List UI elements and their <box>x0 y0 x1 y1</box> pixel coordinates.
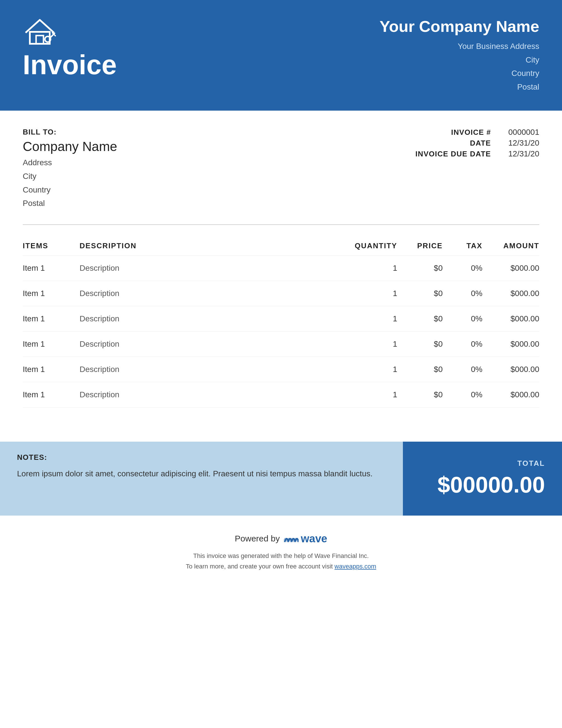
cell-amount-4: $000.00 <box>482 357 539 382</box>
invoice-header: Invoice Your Company Name Your Business … <box>0 0 562 111</box>
billing-meta-row: BILL TO: Company Name Address City Count… <box>23 128 539 210</box>
invoice-body: BILL TO: Company Name Address City Count… <box>0 111 562 441</box>
bill-to-label: BILL TO: <box>23 128 117 137</box>
client-address: Address <box>23 156 117 169</box>
table-row: Item 1 Description 1 $0 0% $000.00 <box>23 255 539 281</box>
col-price: PRICE <box>397 236 443 256</box>
cell-tax-3: 0% <box>443 331 482 357</box>
cell-desc-5: Description <box>80 382 340 407</box>
total-amount: $00000.00 <box>437 472 545 498</box>
waveapps-link[interactable]: waveapps.com <box>334 563 376 570</box>
invoice-date-row: DATE 12/31/20 <box>415 138 539 148</box>
business-city: City <box>379 53 539 67</box>
cell-qty-5: 1 <box>340 382 397 407</box>
items-table: ITEMS DESCRIPTION QUANTITY PRICE TAX AMO… <box>23 236 539 408</box>
cell-tax-1: 0% <box>443 281 482 306</box>
invoice-number-row: INVOICE # 0000001 <box>415 128 539 137</box>
footer-line1: This invoice was generated with the help… <box>193 552 369 559</box>
cell-price-1: $0 <box>397 281 443 306</box>
table-row: Item 1 Description 1 $0 0% $000.00 <box>23 331 539 357</box>
cell-tax-0: 0% <box>443 255 482 281</box>
cell-tax-2: 0% <box>443 306 482 331</box>
notes-block: NOTES: Lorem ipsum dolor sit amet, conse… <box>0 442 403 516</box>
due-date-label: INVOICE DUE DATE <box>415 150 491 158</box>
wave-logo: wave <box>284 533 327 545</box>
col-amount: AMOUNT <box>482 236 539 256</box>
cell-item-5: Item 1 <box>23 382 80 407</box>
header-right: Your Company Name Your Business Address … <box>379 17 539 94</box>
invoice-number-label: INVOICE # <box>451 128 491 137</box>
business-address: Your Business Address <box>379 40 539 53</box>
table-row: Item 1 Description 1 $0 0% $000.00 <box>23 306 539 331</box>
cell-amount-0: $000.00 <box>482 255 539 281</box>
cell-item-3: Item 1 <box>23 331 80 357</box>
total-label: TOTAL <box>517 459 545 468</box>
table-body: Item 1 Description 1 $0 0% $000.00 Item … <box>23 255 539 407</box>
col-description: DESCRIPTION <box>80 236 340 256</box>
house-key-icon <box>23 17 57 45</box>
powered-by-text: Powered by <box>235 534 280 543</box>
powered-by-section: Powered by wave This invoice was generat… <box>0 516 562 583</box>
bill-to-block: BILL TO: Company Name Address City Count… <box>23 128 117 210</box>
client-company-name: Company Name <box>23 139 117 154</box>
table-row: Item 1 Description 1 $0 0% $000.00 <box>23 281 539 306</box>
cell-amount-3: $000.00 <box>482 331 539 357</box>
client-country: Country <box>23 183 117 197</box>
company-name: Your Company Name <box>379 17 539 36</box>
notes-label: NOTES: <box>17 453 386 462</box>
business-postal: Postal <box>379 80 539 94</box>
cell-qty-2: 1 <box>340 306 397 331</box>
section-divider <box>23 224 539 225</box>
header-left: Invoice <box>23 17 117 78</box>
cell-item-4: Item 1 <box>23 357 80 382</box>
table-header: ITEMS DESCRIPTION QUANTITY PRICE TAX AMO… <box>23 236 539 256</box>
cell-tax-5: 0% <box>443 382 482 407</box>
cell-price-2: $0 <box>397 306 443 331</box>
total-block: TOTAL $00000.00 <box>403 442 562 516</box>
client-city: City <box>23 169 117 183</box>
invoice-due-date-row: INVOICE DUE DATE 12/31/20 <box>415 149 539 158</box>
cell-qty-0: 1 <box>340 255 397 281</box>
cell-desc-3: Description <box>80 331 340 357</box>
cell-desc-1: Description <box>80 281 340 306</box>
due-date-value: 12/31/20 <box>499 149 539 158</box>
client-postal: Postal <box>23 197 117 210</box>
cell-desc-4: Description <box>80 357 340 382</box>
cell-price-3: $0 <box>397 331 443 357</box>
cell-tax-4: 0% <box>443 357 482 382</box>
cell-price-4: $0 <box>397 357 443 382</box>
cell-amount-5: $000.00 <box>482 382 539 407</box>
invoice-number-value: 0000001 <box>499 128 539 137</box>
table-header-row: ITEMS DESCRIPTION QUANTITY PRICE TAX AMO… <box>23 236 539 256</box>
svg-rect-1 <box>36 36 43 44</box>
col-tax: TAX <box>443 236 482 256</box>
col-items: ITEMS <box>23 236 80 256</box>
footer-sub-text: This invoice was generated with the help… <box>186 551 376 572</box>
footer-line2: To learn more, and create your own free … <box>186 563 333 570</box>
cell-item-0: Item 1 <box>23 255 80 281</box>
cell-qty-3: 1 <box>340 331 397 357</box>
cell-qty-1: 1 <box>340 281 397 306</box>
cell-desc-2: Description <box>80 306 340 331</box>
powered-by-row: Powered by wave <box>235 533 327 545</box>
col-quantity: QUANTITY <box>340 236 397 256</box>
table-row: Item 1 Description 1 $0 0% $000.00 <box>23 382 539 407</box>
table-row: Item 1 Description 1 $0 0% $000.00 <box>23 357 539 382</box>
cell-item-2: Item 1 <box>23 306 80 331</box>
cell-amount-1: $000.00 <box>482 281 539 306</box>
date-label: DATE <box>470 139 491 148</box>
invoice-meta: INVOICE # 0000001 DATE 12/31/20 INVOICE … <box>415 128 539 160</box>
invoice-title: Invoice <box>23 51 117 78</box>
business-country: Country <box>379 67 539 80</box>
wave-brand-text: wave <box>301 533 327 545</box>
invoice-footer-section: NOTES: Lorem ipsum dolor sit amet, conse… <box>0 442 562 516</box>
cell-amount-2: $000.00 <box>482 306 539 331</box>
cell-qty-4: 1 <box>340 357 397 382</box>
cell-price-0: $0 <box>397 255 443 281</box>
notes-text: Lorem ipsum dolor sit amet, consectetur … <box>17 468 386 480</box>
cell-item-1: Item 1 <box>23 281 80 306</box>
cell-price-5: $0 <box>397 382 443 407</box>
wave-icon <box>284 533 298 544</box>
date-value: 12/31/20 <box>499 138 539 148</box>
cell-desc-0: Description <box>80 255 340 281</box>
